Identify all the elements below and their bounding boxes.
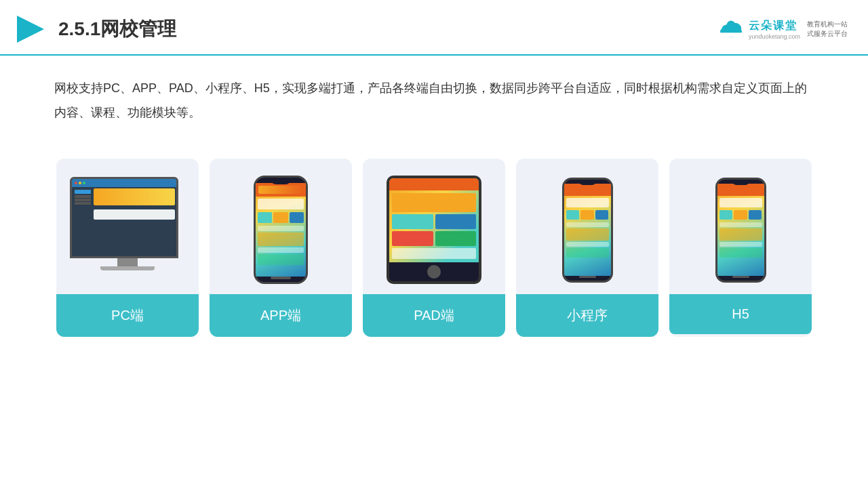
- card-app: APP端: [210, 159, 352, 337]
- h5-phone-header: [717, 184, 764, 196]
- svg-point-4: [727, 21, 736, 30]
- mini-phone-row-1: [566, 222, 609, 227]
- phone-notch: [271, 179, 291, 184]
- header-right: 云朵课堂 yunduoketang.com 教育机构一站 式服务云平台: [717, 19, 848, 40]
- brand-tagline-line1: 教育机构一站: [807, 20, 848, 29]
- card-miniprogram-label: 小程序: [516, 294, 658, 337]
- brand-url: yunduoketang.com: [749, 33, 800, 40]
- mini-phone-notch: [579, 181, 596, 185]
- card-miniprogram-image: [516, 159, 658, 294]
- phone-row-2: [258, 247, 304, 253]
- mini-phone-block-1: [566, 228, 609, 241]
- pc-base: [100, 266, 155, 270]
- card-h5-image: [669, 159, 812, 294]
- h5-phone-mockup: [715, 178, 766, 283]
- header-left: 2.5.1网校管理: [14, 12, 176, 46]
- description-text: 网校支持PC、APP、PAD、小程序、H5，实现多端打通，产品各终端自由切换，数…: [0, 56, 868, 138]
- mini-phone-row-2: [566, 242, 609, 247]
- header: 2.5.1网校管理 云朵课堂 yunduoketang.com 教育机构一站 式…: [0, 0, 868, 56]
- mini-phone-header: [564, 184, 611, 196]
- tablet-screen-content: [389, 190, 479, 262]
- h5-phone-notch: [732, 181, 749, 185]
- phone-row-1: [258, 226, 304, 231]
- phone-home-button: [271, 277, 291, 279]
- pc-stand: [117, 258, 138, 266]
- h5-phone-content: [717, 196, 764, 260]
- pc-mockup: [70, 177, 185, 285]
- brand-name: 云朵课堂: [749, 19, 797, 33]
- card-pad: PAD端: [363, 159, 505, 337]
- pc-screen-bar: [72, 179, 176, 187]
- phone-screen-header: [256, 183, 306, 197]
- card-app-label: APP端: [210, 294, 352, 337]
- description-paragraph: 网校支持PC、APP、PAD、小程序、H5，实现多端打通，产品各终端自由切换，数…: [54, 76, 814, 125]
- page-title: 2.5.1网校管理: [58, 16, 176, 42]
- h5-phone-home: [732, 276, 749, 278]
- card-miniprogram: 小程序: [516, 159, 658, 337]
- mini-phone-screen: [564, 184, 611, 276]
- card-pc-label: PC端: [56, 294, 199, 337]
- card-h5: H5: [669, 159, 812, 337]
- h5-phone-row-1: [719, 222, 762, 227]
- tablet-mockup: [387, 176, 481, 284]
- card-app-image: [210, 159, 352, 294]
- tablet-screen: [389, 178, 479, 262]
- h5-phone-block-1: [719, 228, 762, 241]
- brand-cloud-icon: [717, 19, 745, 39]
- brand-tagline: 教育机构一站 式服务云平台: [807, 20, 848, 39]
- pc-screen: [70, 177, 178, 258]
- card-pad-label: PAD端: [363, 294, 505, 337]
- card-h5-label: H5: [669, 294, 812, 334]
- card-pc-image: [56, 159, 199, 294]
- card-pc: PC端: [56, 159, 199, 337]
- logo-arrow-icon: [14, 12, 47, 46]
- card-pad-image: [363, 159, 505, 294]
- svg-marker-0: [17, 16, 44, 43]
- miniprogram-phone-mockup: [562, 178, 613, 283]
- tablet-home-button: [427, 265, 441, 279]
- h5-phone-row-2: [719, 242, 762, 247]
- brand-logo: 云朵课堂 yunduoketang.com 教育机构一站 式服务云平台: [717, 19, 848, 40]
- phone-block-1: [258, 232, 304, 246]
- tablet-screen-header: [389, 178, 479, 190]
- cards-container: PC端: [0, 145, 868, 350]
- phone-screen: [256, 183, 306, 277]
- app-phone-mockup: [254, 176, 308, 284]
- h5-phone-screen: [717, 184, 764, 276]
- mini-phone-content: [564, 196, 611, 260]
- mini-phone-home: [579, 276, 596, 278]
- brand-tagline-line2: 式服务云平台: [807, 29, 848, 39]
- phone-screen-content: [256, 197, 306, 267]
- brand-text: 云朵课堂 yunduoketang.com: [749, 19, 800, 40]
